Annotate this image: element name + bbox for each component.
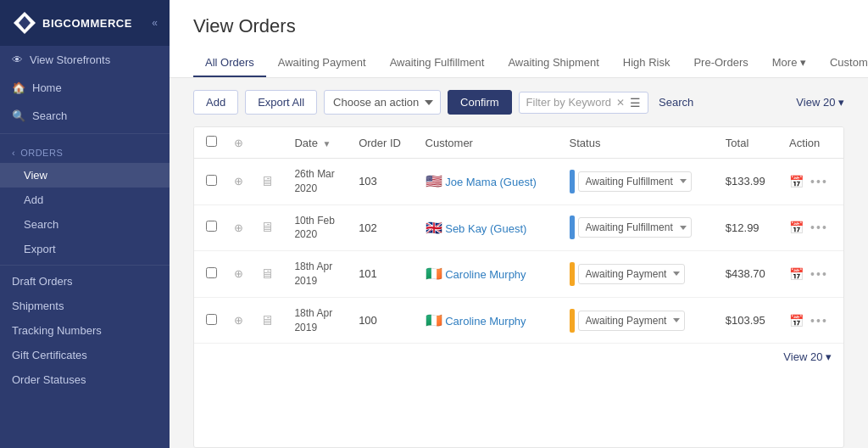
tab-awaiting-payment[interactable]: Awaiting Payment bbox=[266, 49, 378, 77]
toolbar: Add Export All Choose an action Confirm … bbox=[170, 78, 868, 126]
row-date-1: 10th Feb2020 bbox=[286, 204, 350, 251]
orders-table: ⊕ Date ▼ Order ID Customer Status Total … bbox=[194, 127, 843, 343]
row-date-3: 18th Apr2019 bbox=[286, 297, 350, 343]
header-customer: Customer bbox=[417, 127, 561, 159]
row-checkbox-cell bbox=[194, 159, 225, 205]
sidebar-sub-export[interactable]: Export bbox=[0, 237, 170, 261]
header-order-id: Order ID bbox=[350, 127, 416, 159]
flag-icon-2: 🇮🇪 bbox=[426, 266, 442, 281]
view-count-selector[interactable]: View 20 ▾ bbox=[796, 96, 844, 109]
status-dropdown-1[interactable]: Awaiting Fulfillment bbox=[578, 217, 692, 238]
header-status: Status bbox=[561, 127, 717, 159]
sidebar: BIGCOMMERCE « 👁 View Storefronts 🏠 Home … bbox=[0, 0, 170, 448]
orders-table-container: ⊕ Date ▼ Order ID Customer Status Total … bbox=[193, 126, 844, 448]
sidebar-link-tracking-numbers[interactable]: Tracking Numbers bbox=[0, 318, 170, 343]
row-plus-1[interactable]: ⊕ bbox=[225, 204, 252, 251]
table-row: ⊕ 🖥 10th Feb2020 102 🇬🇧 Seb Kay (Guest) … bbox=[194, 204, 843, 251]
sidebar-link-order-statuses[interactable]: Order Statuses bbox=[0, 367, 170, 392]
sidebar-sub-view[interactable]: View bbox=[0, 163, 170, 188]
add-button[interactable]: Add bbox=[193, 90, 238, 115]
status-bar-0 bbox=[570, 170, 575, 193]
header-plus: ⊕ bbox=[225, 127, 252, 159]
tab-all-orders[interactable]: All Orders bbox=[193, 49, 266, 77]
brand-logo-icon bbox=[12, 10, 37, 36]
plus-icon: ⊕ bbox=[234, 137, 243, 149]
tab-awaiting-fulfillment[interactable]: Awaiting Fulfillment bbox=[378, 49, 497, 77]
sidebar-sub-search[interactable]: Search bbox=[0, 212, 170, 237]
row-checkbox-2[interactable] bbox=[206, 267, 217, 278]
filter-clear-button[interactable]: ✕ bbox=[616, 97, 625, 109]
page-header: View Orders All Orders Awaiting Payment … bbox=[170, 0, 868, 78]
chevron-left-icon: ‹ bbox=[12, 148, 15, 158]
tab-high-risk[interactable]: High Risk bbox=[611, 49, 682, 77]
sidebar-item-view-storefronts[interactable]: 👁 View Storefronts bbox=[0, 46, 170, 74]
filter-icon[interactable]: ☰ bbox=[630, 96, 641, 109]
status-dropdown-2[interactable]: Awaiting Payment bbox=[578, 264, 685, 284]
calendar-icon-2[interactable]: 📅 bbox=[789, 267, 804, 281]
row-actions-3: 📅 ••• bbox=[781, 297, 843, 343]
sidebar-nav-label: View Storefronts bbox=[30, 53, 110, 66]
status-dropdown-3[interactable]: Awaiting Payment bbox=[578, 311, 685, 331]
export-all-button[interactable]: Export All bbox=[245, 90, 317, 115]
select-all-checkbox[interactable] bbox=[206, 136, 217, 147]
flag-icon-0: 🇺🇸 bbox=[426, 174, 442, 188]
row-plus-0[interactable]: ⊕ bbox=[225, 159, 252, 205]
row-status-0: Awaiting Fulfillment bbox=[561, 159, 717, 205]
confirm-button[interactable]: Confirm bbox=[448, 90, 512, 115]
more-icon-1[interactable]: ••• bbox=[810, 221, 828, 234]
sidebar-nav-label: Home bbox=[32, 81, 62, 94]
sidebar-link-shipments[interactable]: Shipments bbox=[0, 294, 170, 318]
filter-label: Filter by Keyword bbox=[526, 96, 611, 109]
monitor-icon: 🖥 bbox=[260, 266, 274, 281]
row-status-1: Awaiting Fulfillment bbox=[561, 204, 717, 251]
collapse-button[interactable]: « bbox=[152, 17, 158, 29]
row-checkbox-0[interactable] bbox=[206, 175, 217, 186]
customer-link-2[interactable]: Caroline Murphy bbox=[445, 268, 526, 281]
row-order-id-3: 100 bbox=[350, 297, 416, 343]
row-checkbox-1[interactable] bbox=[206, 221, 217, 232]
row-status-3: Awaiting Payment bbox=[561, 297, 717, 343]
row-actions-2: 📅 ••• bbox=[781, 251, 843, 298]
search-link[interactable]: Search bbox=[659, 96, 693, 109]
calendar-icon-0[interactable]: 📅 bbox=[789, 175, 804, 188]
row-plus-2[interactable]: ⊕ bbox=[225, 251, 252, 298]
customer-link-0[interactable]: Joe Mama (Guest) bbox=[445, 176, 537, 188]
sidebar-sub-add[interactable]: Add bbox=[0, 188, 170, 212]
row-plus-3[interactable]: ⊕ bbox=[225, 297, 252, 343]
calendar-icon-3[interactable]: 📅 bbox=[789, 314, 804, 328]
sidebar-divider bbox=[0, 133, 170, 134]
eye-icon: 👁 bbox=[12, 53, 23, 66]
customer-link-3[interactable]: Caroline Murphy bbox=[445, 315, 526, 328]
tab-more[interactable]: More ▾ bbox=[760, 49, 818, 77]
status-dropdown-0[interactable]: Awaiting Fulfillment bbox=[578, 171, 692, 192]
tab-pre-orders[interactable]: Pre-Orders bbox=[682, 49, 760, 77]
brand-name: BIGCOMMERCE bbox=[42, 17, 132, 30]
row-status-2: Awaiting Payment bbox=[561, 251, 717, 298]
tab-awaiting-shipment[interactable]: Awaiting Shipment bbox=[496, 49, 610, 77]
more-icon-0[interactable]: ••• bbox=[810, 175, 828, 188]
flag-icon-1: 🇬🇧 bbox=[426, 221, 442, 235]
sidebar-link-draft-orders[interactable]: Draft Orders bbox=[0, 269, 170, 294]
home-icon: 🏠 bbox=[12, 81, 25, 94]
sidebar-item-search[interactable]: 🔍 Search bbox=[0, 102, 170, 130]
header-checkbox-cell bbox=[194, 127, 225, 159]
sidebar-header: BIGCOMMERCE « bbox=[0, 0, 170, 46]
orders-section[interactable]: ‹ Orders bbox=[0, 137, 170, 163]
monitor-icon: 🖥 bbox=[260, 174, 274, 188]
date-sort-icon: ▼ bbox=[323, 139, 331, 148]
calendar-icon-1[interactable]: 📅 bbox=[789, 221, 804, 234]
table-header: ⊕ Date ▼ Order ID Customer Status Total … bbox=[194, 127, 843, 159]
more-icon-2[interactable]: ••• bbox=[810, 267, 828, 281]
action-select[interactable]: Choose an action bbox=[324, 90, 441, 115]
header-date[interactable]: Date ▼ bbox=[286, 127, 350, 159]
row-checkbox-3[interactable] bbox=[206, 314, 217, 325]
view-20-bottom[interactable]: View 20 ▾ bbox=[194, 343, 843, 370]
sidebar-item-home[interactable]: 🏠 Home bbox=[0, 74, 170, 102]
table-row: ⊕ 🖥 26th Mar2020 103 🇺🇸 Joe Mama (Guest)… bbox=[194, 159, 843, 205]
sidebar-link-gift-certificates[interactable]: Gift Certificates bbox=[0, 343, 170, 367]
tab-custom-views[interactable]: Custom Views bbox=[818, 49, 868, 77]
sidebar-divider-2 bbox=[0, 265, 170, 266]
row-monitor-1: 🖥 bbox=[252, 204, 286, 251]
customer-link-1[interactable]: Seb Kay (Guest) bbox=[445, 222, 526, 235]
more-icon-3[interactable]: ••• bbox=[810, 314, 828, 328]
